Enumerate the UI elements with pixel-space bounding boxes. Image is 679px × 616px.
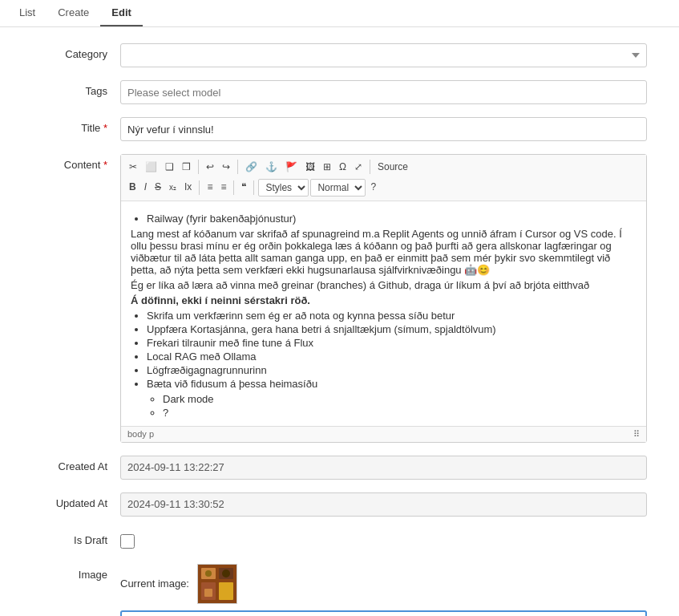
toolbar-redo[interactable]: ↪ [219, 159, 233, 176]
toolbar-blockquote[interactable]: ❝ [238, 179, 249, 196]
svg-point-6 [222, 569, 230, 578]
tags-label: Tags [32, 80, 120, 97]
title-input[interactable] [120, 117, 647, 141]
editor-path: body p [127, 429, 154, 440]
edit-form: Category Tags Title Content ✂ [0, 27, 679, 616]
toolbar-unordered-list[interactable]: ≡ [217, 179, 229, 196]
title-label: Title [32, 117, 120, 134]
toolbar-cut[interactable]: ✂ [126, 159, 140, 176]
tags-input[interactable] [120, 80, 647, 104]
toolbar-special-char[interactable]: Ω [336, 159, 350, 176]
toolbar-image[interactable]: 🖼 [302, 159, 318, 176]
image-control: Current image: [120, 564, 647, 616]
rich-text-editor: ✂ ⬜ ❑ ❒ ↩ ↪ 🔗 ⚓ 🚩 🖼 ⊞ Ω ⤢ [120, 154, 647, 443]
toolbar-table[interactable]: ⊞ [320, 159, 334, 176]
toolbar-divider-3 [370, 160, 370, 174]
toolbar-paste-text[interactable]: ❒ [179, 159, 194, 176]
editor-footer: body p ⠿ [121, 426, 646, 442]
toolbar-divider-5 [233, 180, 234, 195]
created-at-input [120, 456, 647, 480]
updated-at-label: Updated At [32, 492, 120, 509]
toolbar-styles-select[interactable]: Styles [258, 179, 309, 197]
content-label: Content [32, 154, 120, 171]
top-navigation: List Create Edit [0, 0, 679, 27]
content-row: Content ✂ ⬜ ❑ ❒ ↩ ↪ 🔗 ⚓ [32, 154, 647, 443]
toolbar-divider-4 [199, 180, 200, 195]
image-label: Image [32, 564, 120, 581]
is-draft-control [120, 529, 647, 551]
toolbar-link[interactable]: 🔗 [242, 159, 261, 176]
current-image-thumbnail [197, 564, 237, 604]
category-select[interactable] [120, 43, 647, 67]
toolbar-maximize[interactable]: ⤢ [351, 159, 366, 176]
title-control [120, 117, 647, 141]
updated-at-input [120, 492, 647, 517]
toolbar-row1: ✂ ⬜ ❑ ❒ ↩ ↪ 🔗 ⚓ 🚩 🖼 ⊞ Ω ⤢ [126, 158, 641, 176]
toolbar-divider-6 [253, 180, 254, 195]
category-row: Category [32, 43, 647, 67]
current-image-label: Current image: [120, 578, 189, 590]
image-row: Image Current image: [32, 564, 647, 616]
painting-thumbnail-svg [198, 565, 236, 603]
title-row: Title [32, 117, 647, 141]
svg-rect-4 [219, 582, 233, 600]
toolbar-source[interactable]: Source [374, 159, 411, 176]
image-current-row: Current image: [120, 564, 647, 604]
toolbar-divider-1 [198, 160, 199, 174]
toolbar-removeformat[interactable]: Ix [181, 179, 195, 196]
editor-resize-handle[interactable]: ⠿ [633, 429, 640, 440]
toolbar-bold[interactable]: B [126, 179, 139, 196]
nav-edit[interactable]: Edit [100, 0, 143, 26]
toolbar-format-select[interactable]: Normal [310, 179, 366, 197]
toolbar-paste[interactable]: ❑ [162, 159, 177, 176]
toolbar-divider-2 [237, 160, 238, 174]
tags-row: Tags [32, 80, 647, 104]
file-input[interactable] [120, 610, 647, 616]
is-draft-label: Is Draft [32, 529, 120, 546]
created-at-label: Created At [32, 456, 120, 472]
toolbar-row2: B I S x₂ Ix ≡ ≡ ❝ Styles [126, 178, 641, 197]
is-draft-row: Is Draft [32, 529, 647, 551]
updated-at-control [120, 492, 647, 517]
svg-rect-7 [204, 589, 212, 597]
file-input-wrapper [120, 610, 647, 616]
toolbar-copy[interactable]: ⬜ [142, 159, 160, 176]
content-control: ✂ ⬜ ❑ ❒ ↩ ↪ 🔗 ⚓ 🚩 🖼 ⊞ Ω ⤢ [120, 154, 647, 443]
category-label: Category [32, 43, 120, 60]
tags-control [120, 80, 647, 104]
toolbar-subscript[interactable]: x₂ [166, 180, 180, 195]
updated-at-row: Updated At [32, 492, 647, 517]
category-control [120, 43, 647, 67]
nav-list[interactable]: List [8, 0, 46, 26]
toolbar-undo[interactable]: ↩ [203, 159, 217, 176]
created-at-row: Created At [32, 456, 647, 480]
is-draft-checkbox[interactable] [120, 534, 135, 549]
toolbar-flag[interactable]: 🚩 [282, 159, 301, 176]
toolbar-anchor[interactable]: ⚓ [262, 159, 281, 176]
toolbar-italic[interactable]: I [141, 179, 150, 196]
created-at-control [120, 456, 647, 480]
toolbar-help[interactable]: ? [367, 179, 379, 196]
editor-body[interactable]: Railway (fyrir bakenðaþjónustur) Lang me… [121, 201, 646, 426]
toolbar-ordered-list[interactable]: ≡ [204, 179, 216, 196]
svg-point-5 [205, 570, 212, 577]
nav-create[interactable]: Create [46, 0, 100, 26]
toolbar-strikethrough[interactable]: S [152, 179, 164, 196]
editor-toolbar: ✂ ⬜ ❑ ❒ ↩ ↪ 🔗 ⚓ 🚩 🖼 ⊞ Ω ⤢ [121, 155, 646, 201]
